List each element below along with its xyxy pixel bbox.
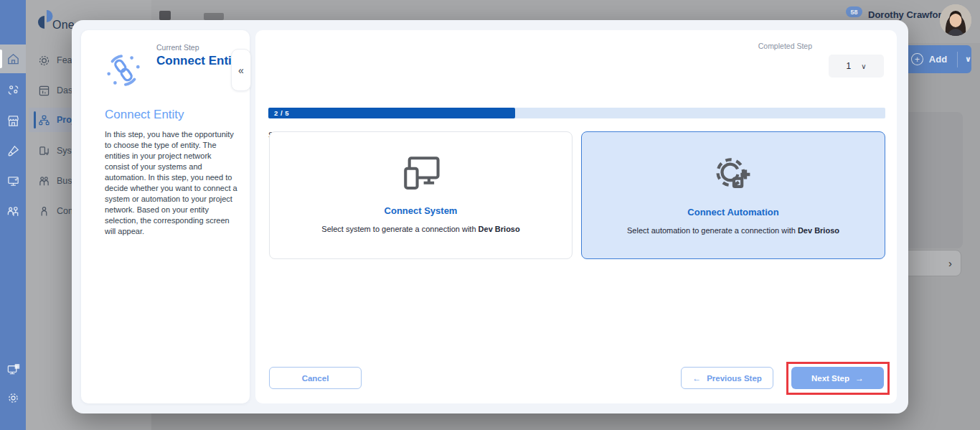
chevron-right-icon[interactable]: › <box>948 257 952 269</box>
button-divider <box>957 52 958 67</box>
arrow-left-icon: ← <box>692 373 701 383</box>
store-icon <box>6 114 20 128</box>
desc-prefix: Select automation to generate a connecti… <box>627 226 798 235</box>
gear-icon <box>6 391 20 405</box>
completed-step-label: Completed Step <box>758 42 812 50</box>
chevrons-left-icon: « <box>238 65 244 76</box>
monitor-star-icon <box>6 174 20 188</box>
notification-badge[interactable]: 58 <box>846 6 862 17</box>
connect-automation-card[interactable]: Connect Automation Select automation to … <box>581 131 885 259</box>
modal-info-panel: Connect Entity In this step, you have th… <box>81 30 250 403</box>
connect-system-title: Connect System <box>385 205 458 216</box>
apps-monitor-icon <box>6 363 20 376</box>
app-logo[interactable]: One <box>37 9 75 32</box>
next-step-label: Next Step <box>811 374 849 383</box>
progress-label: 2 / 5 <box>268 109 289 117</box>
connect-automation-desc: Select automation to generate a connecti… <box>627 226 839 235</box>
avatar[interactable] <box>940 4 971 36</box>
team-icon <box>6 83 20 97</box>
completed-step-value: 1 <box>846 61 851 71</box>
cancel-button[interactable]: Cancel <box>269 367 362 389</box>
connect-automation-title: Connect Automation <box>687 207 778 218</box>
previous-step-button[interactable]: ← Previous Step <box>681 367 773 389</box>
connect-system-card[interactable]: Connect System Select system to generate… <box>269 131 573 259</box>
desc-entity: Dev Brioso <box>479 225 520 233</box>
desc-entity: Dev Brioso <box>798 226 839 235</box>
previous-step-label: Previous Step <box>707 374 762 383</box>
user-group-icon <box>6 205 20 218</box>
dashboards-icon <box>39 85 50 96</box>
info-panel-description: In this step, you have the opportunity t… <box>105 129 237 237</box>
desc-prefix: Select system to generate a connection w… <box>321 225 478 233</box>
rail-item-contacts-group[interactable] <box>0 197 26 225</box>
primary-rail <box>0 0 26 430</box>
connect-entity-modal: Connect Entity In this step, you have th… <box>72 20 908 413</box>
info-panel-title: Connect Entity <box>105 108 184 122</box>
projects-icon <box>39 115 50 126</box>
chevron-down-icon[interactable]: ∨ <box>965 55 971 64</box>
screen: › 58 Dorothy Crawford + Add ∨ One Featu … <box>0 0 980 430</box>
rail-item-team[interactable] <box>0 75 26 104</box>
rail-item-home[interactable] <box>0 45 26 73</box>
completed-step-dropdown[interactable]: 1 ∨ <box>829 55 884 78</box>
contacts-icon <box>39 206 50 217</box>
current-step-label: Current Step <box>156 43 199 52</box>
arrow-right-icon: → <box>855 373 864 383</box>
current-step-title: Connect Entity <box>156 54 242 68</box>
rail-item-workstation[interactable] <box>0 167 26 195</box>
system-icon <box>400 154 442 194</box>
rail-item-design[interactable] <box>0 136 26 165</box>
progress-bar: 2 / 5 <box>268 108 885 118</box>
user-name: Dorothy Crawford <box>868 9 948 20</box>
collapse-panel-button[interactable]: « <box>231 49 251 91</box>
rail-item-apps[interactable] <box>0 355 26 383</box>
automation-icon <box>712 154 755 195</box>
progress-fill: 2 / 5 <box>268 108 515 118</box>
avatar-image <box>940 4 971 36</box>
plus-circle-icon: + <box>911 53 923 65</box>
next-step-button[interactable]: Next Step → <box>791 367 884 389</box>
cancel-label: Cancel <box>302 374 329 383</box>
chevron-down-icon: ∨ <box>861 62 866 70</box>
business-icon <box>39 176 50 187</box>
brush-icon <box>6 144 20 158</box>
add-button-label: Add <box>929 54 947 65</box>
connect-system-desc: Select system to generate a connection w… <box>321 225 519 233</box>
page-title-icon-fragment <box>159 11 171 20</box>
home-icon <box>6 52 20 66</box>
rail-item-store[interactable] <box>0 106 26 135</box>
rail-item-settings[interactable] <box>0 383 26 412</box>
systems-icon <box>39 146 50 156</box>
features-icon <box>39 55 50 66</box>
connect-entity-icon <box>103 50 144 94</box>
page-title-fragment <box>204 13 224 20</box>
